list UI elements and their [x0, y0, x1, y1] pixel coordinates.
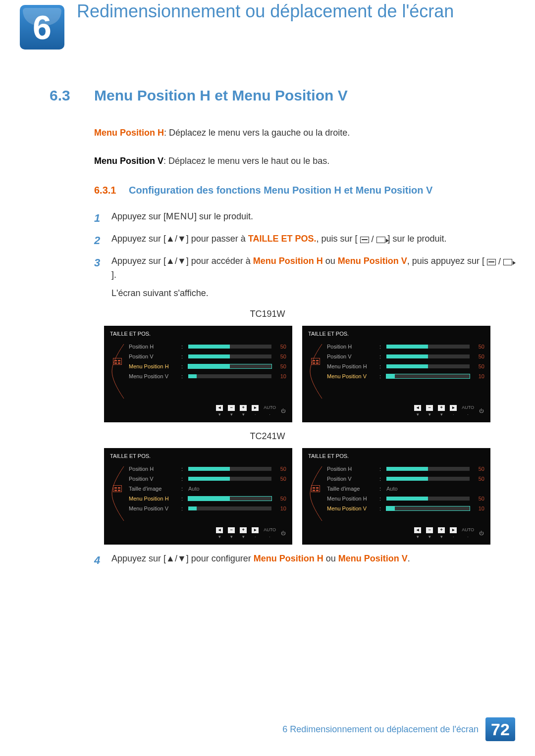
- intro-v: Menu Position V: Déplacez le menu vers l…: [94, 154, 515, 168]
- nav-right-icon: ▸: [450, 527, 457, 533]
- source-icon: /: [360, 233, 385, 246]
- footer-chapter-title: Redimensionnement ou déplacement de l'éc…: [290, 723, 479, 736]
- osd-row-value: 50: [274, 353, 286, 361]
- nav-target-b: Menu Position V: [338, 554, 408, 563]
- osd-row-tc191w: TAILLE ET POS. Position H : 50 Position …: [104, 326, 490, 422]
- nav-right-icon: ▸: [450, 405, 457, 411]
- osd-row-bar: [188, 497, 271, 501]
- osd-row-value: 50: [473, 495, 484, 503]
- osd-row-label: Position H: [327, 343, 376, 351]
- osd-row-bar: [188, 345, 271, 349]
- step-3: 3 Appuyez sur [▲/▼] pour accéder à Menu …: [94, 254, 515, 300]
- osd-row-ph: Position H : 50: [327, 464, 484, 474]
- osd-row-bar: [386, 374, 470, 378]
- osd-row-label: Menu Position H: [129, 362, 178, 371]
- osd-row-mpv: Menu Position V : 10: [129, 504, 286, 513]
- osd-row-label: Position V: [327, 353, 376, 361]
- osd-row-bar: [188, 477, 271, 481]
- osd-row-value: 50: [473, 353, 484, 361]
- steps-list-cont: 4 Appuyez sur [▲/▼] pour configurer Menu…: [94, 552, 515, 568]
- subsection-number: 6.3.1: [94, 183, 129, 198]
- osd-row-label: Menu Position V: [129, 504, 178, 513]
- osd-title: TAILLE ET POS.: [110, 452, 286, 460]
- intro-v-label: Menu Position V: [94, 156, 163, 166]
- osd-row-value: Auto: [188, 485, 271, 493]
- osd-row-mpv: Menu Position V : 10: [327, 371, 484, 381]
- osd-row-value: 50: [274, 465, 286, 473]
- osd-row-value: 50: [274, 362, 286, 371]
- osd-row-mpv: Menu Position V : 10: [327, 504, 484, 513]
- osd-row-bar: [188, 506, 271, 510]
- osd-title: TAILLE ET POS.: [308, 452, 484, 460]
- arrow-keys-icon: ▲/▼: [166, 256, 186, 266]
- osd-accent: [110, 464, 125, 513]
- osd-row-label: Position V: [129, 353, 178, 361]
- page-number: 72: [485, 717, 515, 741]
- osd-title: TAILLE ET POS.: [308, 330, 484, 338]
- page-footer: 6 Redimensionnement ou déplacement de l'…: [20, 717, 515, 741]
- osd-title: TAILLE ET POS.: [110, 330, 286, 338]
- osd-row-mph: Menu Position H : 50: [327, 361, 484, 371]
- osd-row-pv: Position V : 50: [327, 474, 484, 484]
- step-number: 2: [94, 232, 111, 249]
- section-number: 6.3: [50, 84, 94, 106]
- osd-nav: ◂▾ −▾ +▾ ▸· AUTO· ⏻: [216, 527, 285, 541]
- osd-row-value: 10: [274, 504, 286, 513]
- osd-row-label: Menu Position H: [327, 362, 376, 371]
- osd-accent: [110, 342, 125, 381]
- nav-power-icon: ⏻: [281, 530, 285, 537]
- nav-minus-icon: −: [228, 527, 235, 533]
- nav-target-a: Menu Position H: [253, 256, 323, 266]
- nav-right-icon: ▸: [252, 527, 259, 533]
- osd-category-icon: [311, 358, 320, 365]
- osd-lines: Position H : 50 Position V : 50 Taille d…: [323, 464, 484, 513]
- section-title: Menu Position H et Menu Position V: [94, 84, 348, 106]
- osd-row-bar: [386, 354, 470, 358]
- osd-lines: Position H : 50 Position V : 50 Menu Pos…: [125, 342, 286, 381]
- step-text: Appuyez sur [▲/▼] pour configurer Menu P…: [111, 552, 515, 568]
- osd-accent: [308, 464, 323, 513]
- intro-h-label: Menu Position H: [94, 128, 164, 138]
- intro-h: Menu Position H: Déplacez le menu vers l…: [94, 126, 515, 140]
- step-4: 4 Appuyez sur [▲/▼] pour configurer Menu…: [94, 552, 515, 568]
- nav-plus-icon: +: [438, 527, 445, 533]
- osd-category-icon: [113, 485, 122, 492]
- osd-row-value: 50: [274, 343, 286, 351]
- step-text: Appuyez sur [▲/▼] pour passer à TAILLE E…: [111, 232, 515, 249]
- osd-row-value: 10: [473, 372, 484, 381]
- osd-panel: TAILLE ET POS. Position H : 50 Position …: [104, 326, 292, 422]
- osd-row-pv: Position V : 50: [327, 352, 484, 361]
- chapter-number-badge: 6: [20, 5, 64, 50]
- osd-row-value: 50: [473, 475, 484, 483]
- osd-row-bar: [386, 477, 470, 481]
- osd-panel: TAILLE ET POS. Position H : 50 Position …: [302, 448, 490, 545]
- nav-left-icon: ◂: [414, 405, 421, 411]
- nav-plus-icon: +: [240, 527, 247, 533]
- osd-row-ph: Position H : 50: [129, 342, 286, 352]
- osd-nav: ◂▾ −▾ +▾ ▸· AUTO· ⏻: [414, 527, 483, 541]
- osd-row-bar: [386, 497, 470, 501]
- osd-row-mph: Menu Position H : 50: [327, 494, 484, 504]
- section-heading: 6.3 Menu Position H et Menu Position V: [50, 84, 515, 106]
- nav-power-icon: ⏻: [281, 408, 285, 415]
- osd-nav: ◂▾ −▾ +▾ ▸· AUTO· ⏻: [414, 404, 483, 418]
- step-number: 1: [94, 210, 111, 226]
- nav-target: TAILLE ET POS.: [248, 234, 317, 244]
- menu-key: MENU: [166, 211, 194, 221]
- arrow-keys-icon: ▲/▼: [166, 234, 186, 244]
- osd-row-mph: Menu Position H : 50: [129, 494, 286, 504]
- osd-row-mph: Menu Position H : 50: [129, 361, 286, 371]
- osd-row-value: 10: [274, 372, 286, 381]
- osd-row-label: Position H: [327, 465, 376, 473]
- osd-lines: Position H : 50 Position V : 50 Taille d…: [125, 464, 286, 513]
- osd-row-ph: Position H : 50: [327, 342, 484, 352]
- nav-left-icon: ◂: [216, 527, 223, 533]
- nav-left-icon: ◂: [216, 405, 223, 411]
- model-label-a: TC191W: [20, 307, 515, 321]
- osd-row-value: 50: [473, 465, 484, 473]
- nav-power-icon: ⏻: [479, 408, 483, 415]
- osd-row-bar: [386, 506, 470, 510]
- nav-plus-icon: +: [438, 405, 445, 411]
- nav-minus-icon: −: [426, 527, 433, 533]
- osd-row-ti: Taille d'image : Auto: [129, 484, 286, 494]
